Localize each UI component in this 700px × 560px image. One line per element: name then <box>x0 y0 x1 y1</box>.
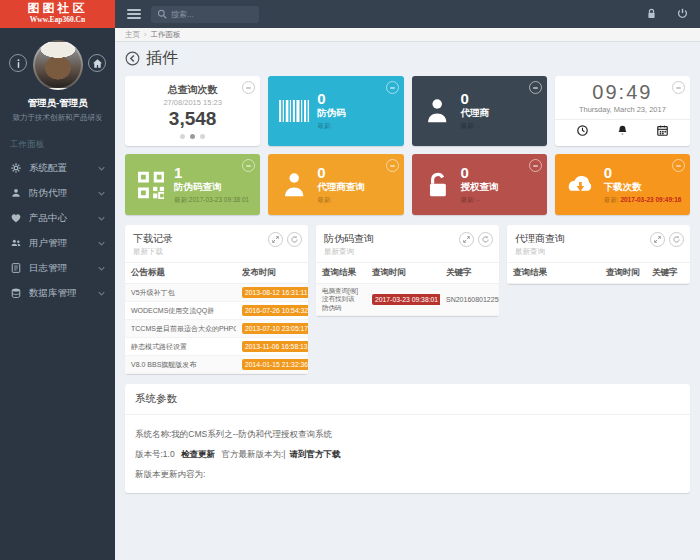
official-download-link[interactable]: 请到官方下载 <box>290 449 341 459</box>
agent-query-table: 查询结果 查询时间 关键字 <box>507 262 690 284</box>
antifake-code-card: 0 防伪码 最新: <box>268 76 403 146</box>
carousel-dot[interactable] <box>180 134 185 139</box>
chevron-down-icon <box>98 240 105 247</box>
card-title: 总查询次数 <box>125 83 260 97</box>
expand-icon[interactable] <box>459 232 474 247</box>
search-input[interactable] <box>171 10 251 19</box>
card-value: 3,548 <box>125 108 260 130</box>
sidebar-item-label: 用户管理 <box>29 237 67 250</box>
total-queries-card: 总查询次数 27/08/2015 15:23 3,548 <box>125 76 260 146</box>
card-label: 代理商 <box>461 107 490 120</box>
table-row: 电脑查询[假]没有找到该防伪码 2017-03-23 09:38:01 SN20… <box>316 284 499 316</box>
calendar-icon[interactable] <box>657 125 668 137</box>
sidebar-toggle-icon[interactable] <box>127 9 141 19</box>
search-box[interactable] <box>151 6 259 23</box>
logo[interactable]: 图图社区 Www.Eap360.Cn <box>0 0 115 28</box>
user-name: 管理员-管理员 <box>0 97 115 110</box>
panel-subtitle: 最新查询 <box>324 247 491 257</box>
card-menu-button[interactable] <box>386 159 399 172</box>
download-records-table: 公告标题 发布时间 V5升级补丁包 2013-08-12 16:31:11 WO… <box>125 262 308 374</box>
card-latest: 最新:2017-03-23 09:38:01 <box>174 196 249 205</box>
sidebar-item-label: 数据库管理 <box>29 287 77 300</box>
column-header: 查询结果 <box>316 263 366 284</box>
card-latest: 最新: - <box>461 196 499 205</box>
clock-actions <box>555 119 690 137</box>
stat-cards: 总查询次数 27/08/2015 15:23 3,548 0 防伪码 最新: <box>125 76 690 215</box>
navbar <box>115 0 700 28</box>
publish-time-badge: 2013-07-10 23:05:17 <box>242 323 308 334</box>
sidebar-item-user-management[interactable]: 用户管理 <box>0 231 115 256</box>
publish-time-badge: 2013-08-12 16:31:11 <box>242 287 308 298</box>
agent-icon <box>10 188 22 199</box>
table-row: V8.0 BBS旗舰版发布 2014-01-15 21:32:36 <box>125 356 308 374</box>
card-menu-button[interactable] <box>529 159 542 172</box>
publish-time-badge: 2016-07-26 10:54:32 <box>242 305 308 316</box>
card-menu-button[interactable] <box>672 81 685 94</box>
breadcrumb-current: 工作面板 <box>144 30 181 40</box>
breadcrumb-home[interactable]: 主页 <box>125 30 140 40</box>
card-menu-button[interactable] <box>386 81 399 94</box>
refresh-icon[interactable] <box>287 232 302 247</box>
power-icon[interactable] <box>677 8 688 20</box>
query-time-badge: 2017-03-23 09:38:01 <box>372 294 440 305</box>
agent-query-panel: 代理商查询 最新查询 查询结果 查询时间 关键字 <box>507 225 690 284</box>
heart-icon <box>10 213 22 224</box>
qrcode-icon <box>133 171 169 199</box>
chevron-down-icon <box>98 190 105 197</box>
info-icon[interactable] <box>9 54 27 72</box>
card-value: 0 <box>317 91 346 106</box>
page-header: 插件 <box>125 48 690 69</box>
user-description: 致力于技术创新和产品研发 <box>0 113 115 123</box>
card-label: 防伪码查询 <box>174 181 249 194</box>
version-label: 版本号:1.0 <box>135 449 175 459</box>
card-label: 下载次数 <box>604 181 682 194</box>
sidebar-item-antifake-agent[interactable]: 防伪代理 <box>0 181 115 206</box>
clock-icon[interactable] <box>577 125 588 137</box>
card-value: 0 <box>461 91 490 106</box>
carousel-dot[interactable] <box>200 134 205 139</box>
sidebar-item-product-center[interactable]: 产品中心 <box>0 206 115 231</box>
sidebar-item-log-management[interactable]: 日志管理 <box>0 256 115 281</box>
latest-download-time: 2017-03-23 09:49:16 <box>620 196 681 203</box>
carousel-dot-active[interactable] <box>190 134 195 139</box>
card-value: 0 <box>317 165 365 180</box>
home-icon[interactable] <box>88 54 106 72</box>
system-params-panel: 系统参数 系统名称:我的CMS系列之--防伪和代理授权查询系统 版本号:1.0 … <box>125 384 690 493</box>
refresh-icon[interactable] <box>478 232 493 247</box>
database-icon <box>10 288 22 299</box>
lock-icon[interactable] <box>646 8 657 20</box>
column-header: 发布时间 <box>236 263 308 284</box>
query-result: 电脑查询[假]没有找到该防伪码 <box>316 284 366 316</box>
sidebar-menu: 系统配置 防伪代理 产品中心 <box>0 156 115 306</box>
gear-icon <box>10 163 22 174</box>
chevron-down-icon <box>98 215 105 222</box>
card-value: 0 <box>461 165 499 180</box>
card-date: 27/08/2015 15:23 <box>125 98 260 107</box>
user-panel: 管理员-管理员 致力于技术创新和产品研发 <box>0 28 115 129</box>
bell-icon[interactable] <box>617 125 628 137</box>
check-update-link[interactable]: 检查更新 <box>181 449 215 459</box>
card-latest: 最新: 2017-03-23 09:49:16 <box>604 196 682 205</box>
log-file-icon <box>10 263 22 274</box>
card-menu-button[interactable] <box>242 159 255 172</box>
antifake-query-card: 1 防伪码查询 最新:2017-03-23 09:38:01 <box>125 154 260 215</box>
expand-icon[interactable] <box>650 232 665 247</box>
announcement-title: WODECMS使用交流QQ群 <box>125 302 236 320</box>
refresh-icon[interactable] <box>669 232 684 247</box>
sidebar-item-label: 系统配置 <box>29 162 67 175</box>
query-keyword: SN20160801225566 <box>440 284 499 316</box>
auth-query-card: 0 授权查询 最新: - <box>412 154 547 215</box>
update-content-line: 新版本更新内容为: <box>135 469 680 481</box>
announcement-title: V5升级补丁包 <box>125 284 236 302</box>
panel-subtitle: 最新查询 <box>515 247 682 257</box>
sidebar-item-system-config[interactable]: 系统配置 <box>0 156 115 181</box>
card-menu-button[interactable] <box>672 159 685 172</box>
sidebar-section-label: 工作面板 <box>0 129 115 156</box>
clock-card: 09:49 Thursday, March 23, 2017 <box>555 76 690 146</box>
sidebar-item-database-management[interactable]: 数据库管理 <box>0 281 115 306</box>
card-menu-button[interactable] <box>529 81 542 94</box>
users-icon <box>10 238 22 249</box>
card-value: 0 <box>604 165 682 180</box>
expand-icon[interactable] <box>268 232 283 247</box>
system-name-line: 系统名称:我的CMS系列之--防伪和代理授权查询系统 <box>135 429 680 441</box>
